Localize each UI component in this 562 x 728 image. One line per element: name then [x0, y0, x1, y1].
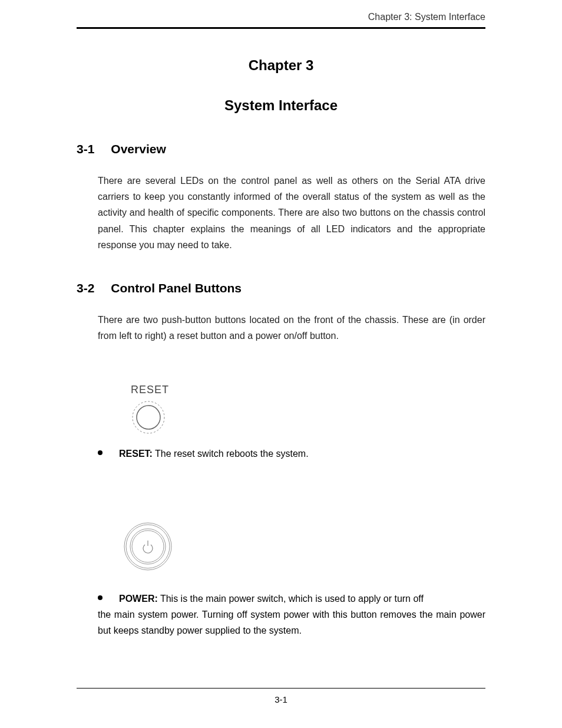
svg-point-0: [133, 401, 164, 433]
reset-bullet-text: RESET: The reset switch reboots the syst…: [119, 446, 309, 462]
power-bullet-rest: the main system power. Turning off syste…: [98, 607, 485, 638]
running-head: Chapter 3: System Interface: [77, 12, 485, 27]
page-number: 3-1: [77, 694, 485, 704]
section-number: 3-1: [77, 142, 94, 156]
control-panel-body: There are two push-button buttons locate…: [98, 312, 485, 344]
section-number: 3-2: [77, 281, 94, 295]
bullet-icon: [98, 450, 103, 455]
reset-bullet-item: RESET: The reset switch reboots the syst…: [98, 446, 485, 462]
reset-button-diagram: RESET: [131, 384, 485, 435]
power-bullet-first-line: POWER: This is the main power switch, wh…: [119, 591, 424, 607]
section-heading-control-panel: 3-2 Control Panel Buttons: [77, 281, 485, 295]
svg-point-4: [130, 529, 166, 564]
svg-point-3: [126, 525, 170, 568]
reset-bullet-desc: The reset switch reboots the system.: [155, 449, 309, 459]
header-divider: [77, 27, 485, 29]
chapter-number: Chapter 3: [77, 57, 485, 74]
overview-body: There are several LEDs on the control pa…: [98, 173, 485, 253]
reset-button-icon: [131, 400, 166, 435]
svg-point-1: [137, 406, 160, 429]
power-button-icon: [123, 521, 173, 572]
section-heading-overview: 3-1 Overview: [77, 142, 485, 156]
section-title: Control Panel Buttons: [111, 281, 242, 295]
section-title: Overview: [111, 142, 166, 156]
footer-divider: [77, 688, 485, 689]
svg-point-5: [132, 531, 164, 562]
reset-bullet-label: RESET:: [119, 449, 153, 459]
bullet-icon: [98, 595, 103, 600]
chapter-title: System Interface: [77, 97, 485, 114]
power-button-diagram: [123, 521, 485, 574]
power-bullet-label: POWER:: [119, 594, 158, 604]
page-footer: 3-1: [77, 688, 485, 704]
power-bullet-paragraph: POWER: This is the main power switch, wh…: [98, 591, 485, 639]
power-bullet-line1: This is the main power switch, which is …: [160, 594, 424, 604]
reset-icon-label: RESET: [131, 384, 485, 396]
svg-point-2: [124, 523, 171, 570]
